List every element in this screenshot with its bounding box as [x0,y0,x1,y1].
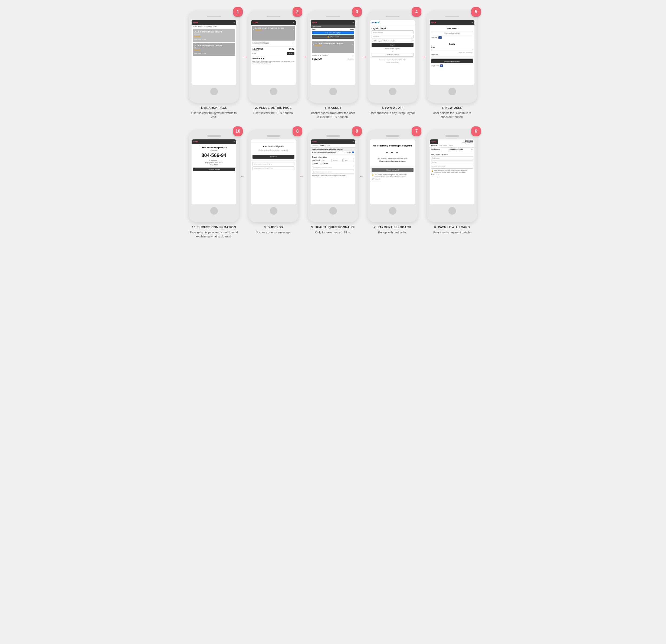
nav-pool[interactable]: POOL [198,25,203,27]
success-contact-phone[interactable]: Emergency contact phone [252,167,295,170]
home-btn-2[interactable] [270,88,277,95]
home-btn-6[interactable] [449,207,456,215]
fullname-input[interactable]: Full name [431,156,473,160]
card-tab-basket[interactable]: Your basket [438,144,448,147]
buy-button[interactable]: BUY [287,52,295,55]
female-radio[interactable] [320,163,322,164]
paypal-trouble[interactable]: Having trouble login in? [370,47,415,50]
nav-map[interactable]: Map [213,25,217,27]
gym-distance-2: 0.5 miles [194,47,234,49]
paypal-password-input[interactable]: Password [371,35,414,38]
phone-frame-9: GYM ≡ Payment PAR Q Done Health question… [308,130,358,222]
card-details-row: Card details: 4111111111111111 ✏ [430,147,474,151]
visits-info: N. of visits: 1 [192,159,236,162]
home-btn-7[interactable] [389,207,397,215]
add-code-7[interactable]: Add a code [370,178,415,180]
facebook-login-btn[interactable]: f [440,65,443,67]
loading-dots: ● ● ● [373,149,412,156]
tab-payment[interactable]: Payment [311,144,319,147]
tab-parq[interactable]: PAR Q [319,144,326,147]
basket-venue-card: ‹ LILLIE ROAD FITNESS CENTRE ★★★★ › [312,41,354,53]
phone-unit-2: 2 GYM ≡ ‹ LILLIE ROAD FITNESS CENTRE [247,11,301,119]
phone-speaker-6 [445,135,459,137]
gym-logo-2: GYM [253,21,258,23]
card-tab-payment[interactable]: Payment [430,144,438,147]
paypal-cancel[interactable]: Cancel and return to PayAllGym 1999-2016 [370,58,415,61]
label-num-1: 1. SEARCH PAGE [200,106,227,109]
paypal-btn[interactable]: Buy now with PayPal [312,31,354,34]
create-account-btn[interactable]: Create an Account [371,53,414,56]
hamburger-icon-10: ≡ [233,141,234,143]
dob-day[interactable]: Day [321,159,332,162]
paypal-email-input[interactable]: Email address [371,30,414,34]
stay-logged-checkbox[interactable] [371,40,373,42]
phone-screen-newuser: GYM ≡ New user? Continue to checkout Joi… [430,20,474,85]
login-password-input[interactable] [431,56,473,59]
health-contact-phone[interactable]: Emergency contact phone [312,170,354,174]
step-badge-2: 2 [293,7,302,17]
add-code-6[interactable]: Add a code [430,174,474,176]
health-declaration-link[interactable]: To view your full health declaration ple… [311,174,355,177]
phone-speaker-5 [445,16,459,17]
row-2: 10 GYM ≡ Thank you for your purchase! Pa… [171,130,495,239]
continue-checkout-btn[interactable]: Continue to checkout [431,31,473,35]
basket-share[interactable]: SHARE WITH FRIENDS [312,55,328,57]
next-arrow[interactable]: › [293,28,294,31]
place-order-btn[interactable]: 🔒 Place order [312,35,354,39]
q1-row: 1. Do you have health problems? YES NO [311,151,355,154]
login-pay-btn[interactable]: Login and pay securely [431,59,473,63]
q1-radio-no[interactable] [352,151,354,153]
email-input-card[interactable]: Email [431,160,473,164]
paypal-login-btn[interactable]: Log in [371,43,414,47]
login-email-input[interactable] [431,49,473,51]
label-num-10: 10. SUCESS CONFIRMATION [192,226,236,229]
basket-next[interactable]: › [352,43,353,46]
dob-year[interactable]: Year [343,159,354,162]
basket-heart[interactable]: ♡ [352,55,354,57]
home-btn-5[interactable] [449,88,456,95]
share-text[interactable]: SHARE WITH FRIENDS [252,42,269,45]
gym-card-2[interactable]: LILLIE ROAD FITNESS CENTRE 0.5 miles ★★★… [193,43,235,56]
card-tabs: Payment Your basket Done [430,144,474,147]
phone-speaker-8 [267,135,280,137]
yes-label: YES [346,151,348,153]
success-continue-btn[interactable]: Continue [252,155,295,159]
nav-gym[interactable]: GYM [193,25,197,27]
tab-done[interactable]: Done [326,144,331,147]
home-btn-4[interactable] [389,88,397,95]
facebook-join-btn[interactable]: f [438,36,442,39]
total-value: £6.00 [350,29,354,30]
label-desc-5: User selects the "Continue to checkout" … [427,111,477,119]
home-btn-10[interactable] [210,207,218,215]
help-icon[interactable]: ? [413,39,414,42]
card-tab-done[interactable]: Done [448,144,454,147]
lock-icon-7: 🔒 [371,174,374,176]
go-passes-btn[interactable]: Go to my passes [193,168,235,171]
forgot-link[interactable]: Forgot your password? [458,52,473,53]
gym-card-1[interactable]: LILLIE ROAD FITNESS CENTRE 0.5 miles ★★★… [193,29,235,42]
edit-icon[interactable]: ✏ [471,148,473,151]
gym-name-2: LILLIE ROAD FITNESS CENTRE [194,45,234,47]
phone-wrapper-3: 3 GYM ≡ Open basket Total £6.00 [308,11,358,103]
health-contact-name[interactable]: Emergency contact name [312,166,354,170]
basket-header: Open basket [311,24,355,28]
success-contact-name[interactable]: Emergency contact name [252,162,295,166]
basket-prev[interactable]: ‹ [313,43,314,46]
prev-arrow[interactable]: ‹ [253,28,254,31]
home-btn-3[interactable] [329,88,337,95]
stay-logged-label: Stay logged in for faster checkout [374,40,397,42]
phone-unit-6: 6 GYM Braintree a PayPal service [425,130,479,239]
home-btn-9[interactable] [329,207,337,215]
password-input-card[interactable]: Create password [431,165,473,169]
male-radio[interactable] [312,163,314,164]
step-badge-4: 4 [411,7,421,17]
heart-icon[interactable]: ♡ [292,42,295,45]
arrow-1-to-2: → [243,54,248,60]
label-desc-10: User gets his pass and small tutorial ex… [189,230,239,239]
gym-name-1: LILLIE ROAD FITNESS CENTRE [194,31,234,33]
pass-code-label: Pass code [192,150,236,152]
home-btn-8[interactable] [270,207,277,215]
home-btn-1[interactable] [210,88,218,95]
nav-classes[interactable]: CLASSES [204,25,212,27]
dob-month[interactable]: Month [332,159,343,162]
